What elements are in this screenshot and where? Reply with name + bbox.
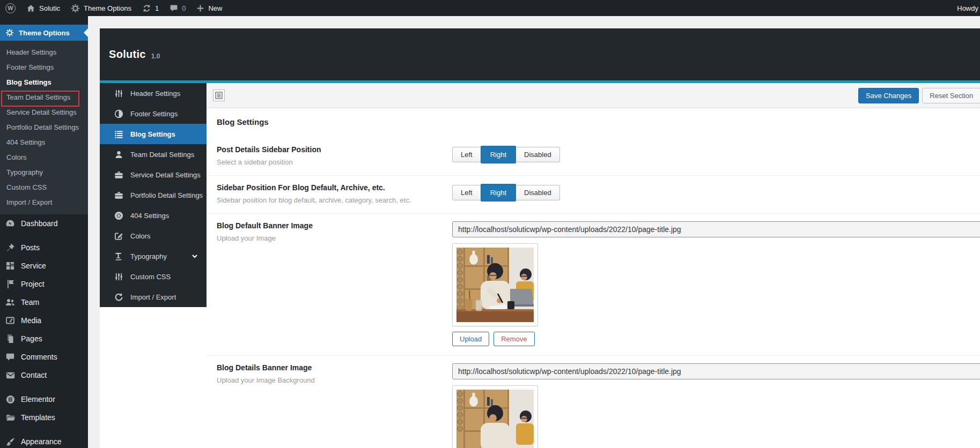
admin-bar-updates[interactable]: 1 (137, 0, 164, 16)
sidebar-item-colors[interactable]: Colors (0, 150, 88, 165)
gear-circle-icon (114, 211, 123, 220)
theme-header: Solutic 1.0 (100, 28, 980, 80)
admin-bar-comments[interactable]: 0 (164, 0, 191, 16)
panel-nav-label: Team Detail Settings (130, 151, 194, 159)
expand-options-button[interactable] (213, 89, 225, 101)
panel-nav-label: Header Settings (130, 89, 180, 98)
sidebar-item-service[interactable]: Service (0, 257, 88, 275)
panel-nav-blog-settings[interactable]: Blog Settings (100, 124, 207, 144)
settings-content: Save Changes Reset Section Reset All Blo… (207, 83, 980, 448)
option-right-button[interactable]: Right (481, 184, 516, 201)
sidebar-item-header-settings[interactable]: Header Settings (0, 45, 88, 60)
dashboard-icon (5, 218, 16, 229)
option-right-button[interactable]: Right (481, 146, 516, 163)
panel-nav-label: Colors (130, 232, 151, 240)
banner-image-url-input[interactable] (452, 221, 980, 237)
sidebar-item-team[interactable]: Team (0, 293, 88, 311)
remove-button[interactable]: Remove (493, 332, 534, 346)
sidebar-item-project[interactable]: Project (0, 275, 88, 293)
sidebar-item-comments[interactable]: Comments (0, 348, 88, 366)
field-blog-default-sidebar-position: Sidebar Position For Blog Default, Archi… (207, 175, 980, 213)
save-changes-button[interactable]: Save Changes (858, 88, 919, 103)
sidebar-item-team-detail-settings[interactable]: Team Detail Settings (0, 90, 88, 105)
paintbrush-icon (5, 436, 16, 447)
sidebar-item-custom-css[interactable]: Custom CSS (0, 180, 88, 195)
sidebar-item-appearance[interactable]: Appearance (0, 432, 88, 448)
sliders-icon (114, 272, 123, 281)
sidebar-item-label: Dashboard (21, 219, 58, 228)
sidebar-item-portfolio-detail-settings[interactable]: Portfolio Detail Settings (0, 120, 88, 135)
panel-nav-404-settings[interactable]: 404 Settings (100, 205, 207, 226)
panel-nav-label: 404 Settings (130, 212, 169, 220)
sidebar-item-label: Media (21, 316, 41, 325)
field-label: Sidebar Position For Blog Default, Archi… (217, 183, 452, 192)
field-label: Blog Details Banner Image (217, 363, 452, 372)
sidebar-item-blog-settings[interactable]: Blog Settings (0, 75, 88, 90)
sidebar-item-label: Elementor (21, 395, 55, 404)
panel-nav-typography[interactable]: Typography (100, 246, 207, 266)
sidebar-item-import-export[interactable]: Import / Export (0, 195, 88, 210)
option-left-button[interactable]: Left (452, 185, 481, 200)
sidebar-item-typography[interactable]: Typography (0, 165, 88, 180)
admin-bar-site-name[interactable]: Solutic (21, 0, 65, 16)
field-blog-details-banner-image: Blog Details Banner Image Upload your Im… (207, 355, 980, 448)
sidebar-theme-options-header[interactable]: Theme Options (0, 25, 88, 41)
theme-options-panel-nav: Header Settings Footer Settings Blog Set… (100, 83, 207, 448)
option-disabled-button[interactable]: Disabled (516, 147, 560, 162)
panel-nav-portfolio-detail-settings[interactable]: Portfolio Detail Settings (100, 185, 207, 205)
pages-icon (5, 333, 16, 344)
sidebar-item-media[interactable]: Media (0, 311, 88, 330)
upload-button[interactable]: Upload (452, 332, 489, 346)
admin-bar-theme-options-label: Theme Options (84, 4, 131, 12)
sidebar-item-footer-settings[interactable]: Footer Settings (0, 60, 88, 75)
elementor-icon (5, 394, 16, 405)
wordpress-logo-icon: W (5, 3, 16, 13)
sidebar-item-404-settings[interactable]: 404 Settings (0, 135, 88, 150)
admin-bar-howdy[interactable]: Howdy (957, 4, 980, 12)
sidebar-item-elementor[interactable]: Elementor (0, 390, 88, 408)
menu-separator (0, 427, 88, 432)
page-title: Blog Settings (217, 117, 980, 126)
field-description: Sidebar position for blog default, archi… (217, 196, 452, 204)
reset-section-button[interactable]: Reset Section (922, 88, 980, 103)
panel-nav-header-settings[interactable]: Header Settings (100, 83, 207, 103)
panel-nav-custom-css[interactable]: Custom CSS (100, 266, 207, 287)
contrast-icon (114, 109, 123, 118)
comment-bubble-icon (5, 352, 16, 362)
updates-count: 1 (155, 4, 159, 12)
home-icon (26, 4, 35, 13)
sidebar-item-service-detail-settings[interactable]: Service Detail Settings (0, 105, 88, 120)
sidebar-item-templates[interactable]: Templates (0, 408, 88, 427)
admin-bar-theme-options[interactable]: Theme Options (65, 0, 137, 16)
wordpress-logo-letter: W (8, 5, 13, 11)
panel-nav-import-export[interactable]: Import / Export (100, 287, 207, 307)
field-label: Blog Default Banner Image (217, 221, 452, 230)
panel-nav-label: Service Detail Settings (130, 171, 201, 179)
panel-nav-label: Typography (130, 252, 167, 260)
field-description: Select a sidebar position (217, 158, 452, 166)
panel-nav-service-detail-settings[interactable]: Service Detail Settings (100, 165, 207, 185)
sidebar-item-posts[interactable]: Posts (0, 238, 88, 257)
panel-nav-colors[interactable]: Colors (100, 226, 207, 246)
comments-count: 0 (182, 4, 186, 12)
sidebar-item-pages[interactable]: Pages (0, 330, 88, 348)
field-label: Post Details Sidebar Position (217, 145, 452, 154)
admin-bar-new[interactable]: New (191, 0, 227, 16)
pushpin-icon (5, 242, 16, 253)
sidebar-item-dashboard[interactable]: Dashboard (0, 214, 88, 233)
list-icon (114, 129, 123, 139)
field-post-details-sidebar-position: Post Details Sidebar Position Select a s… (207, 138, 980, 175)
wordpress-logo-menu[interactable]: W (0, 0, 21, 16)
option-left-button[interactable]: Left (452, 147, 481, 162)
option-disabled-button[interactable]: Disabled (516, 185, 560, 200)
howdy-label: Howdy (957, 4, 978, 12)
admin-bar: W Solutic Theme Options 1 0 (0, 0, 980, 16)
gear-icon (5, 28, 14, 37)
panel-nav-team-detail-settings[interactable]: Team Detail Settings (100, 144, 207, 165)
banner-image-url-input[interactable] (452, 363, 980, 379)
sidebar-position-button-set: Left Right Disabled (452, 147, 980, 162)
grid-icon (5, 260, 16, 271)
panel-nav-label: Custom CSS (130, 273, 171, 281)
sidebar-item-contact[interactable]: Contact (0, 366, 88, 384)
panel-nav-footer-settings[interactable]: Footer Settings (100, 103, 207, 124)
